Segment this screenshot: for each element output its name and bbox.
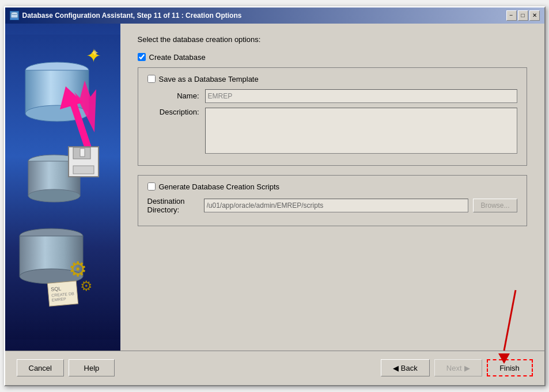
window-title: Database Configuration Assistant, Step 1… [22,12,242,20]
name-input[interactable] [205,89,517,103]
destination-directory-label: DestinationDirectory: [147,197,199,214]
minimize-button[interactable]: − [506,10,517,21]
generate-scripts-row: Generate Database Creation Scripts [147,182,517,191]
generate-scripts-group: Generate Database Creation Scripts Desti… [138,175,527,226]
main-window: Database Configuration Assistant, Step 1… [4,6,546,386]
help-button[interactable]: Help [69,359,115,376]
bottom-bar: Cancel Help ◀ Back Next ▶ Finish [5,351,544,385]
save-template-label: Save as a Database Template [159,75,259,83]
browse-button[interactable]: Browse... [473,199,517,212]
name-label: Name: [147,92,199,100]
back-chevron-icon: ◀ [393,364,399,372]
cancel-button[interactable]: Cancel [17,359,64,376]
instruction-text: Select the database creation options: [138,35,527,44]
generate-scripts-checkbox[interactable] [147,182,156,191]
illustration-panel: ✦ ✦ [5,24,120,351]
maximize-button[interactable]: □ [518,10,528,21]
destination-directory-input[interactable] [204,199,469,212]
close-button[interactable]: ✕ [529,10,540,21]
svg-point-1 [11,12,18,14]
back-button[interactable]: ◀ Back [381,359,430,376]
right-panel: Select the database creation options: Cr… [120,24,544,351]
bottom-right-buttons: ◀ Back Next ▶ Finish [381,359,533,376]
save-template-checkbox[interactable] [147,75,156,83]
svg-rect-17 [73,166,94,174]
title-bar-left: Database Configuration Assistant, Step 1… [10,11,242,20]
svg-text:⚙: ⚙ [80,278,93,294]
content-area: ✦ ✦ [5,24,544,351]
generate-scripts-label: Generate Database Creation Scripts [159,182,280,191]
next-button[interactable]: Next ▶ [434,359,482,376]
create-database-checkbox[interactable] [138,53,146,61]
bottom-left-buttons: Cancel Help [17,359,115,376]
svg-text:⚙: ⚙ [69,257,87,281]
create-database-row: Create Database [138,53,527,62]
description-label: Description: [147,108,199,116]
finish-button-container: Finish [487,359,533,376]
title-bar: Database Configuration Assistant, Step 1… [5,7,544,24]
next-chevron-icon: ▶ [464,364,470,372]
svg-text:SQL: SQL [50,286,61,292]
svg-text:✦: ✦ [90,47,99,59]
save-template-group: Save as a Database Template Name: Descri… [138,67,527,166]
svg-point-13 [28,189,80,202]
title-bar-buttons: − □ ✕ [506,10,540,21]
creation-options: Create Database Save as a Database Templ… [138,53,527,226]
save-template-row: Save as a Database Template [147,75,517,83]
create-database-label: Create Database [149,53,206,62]
finish-button[interactable]: Finish [487,359,533,376]
app-icon [10,11,19,20]
svg-rect-16 [80,149,85,157]
description-textarea[interactable] [205,108,517,154]
